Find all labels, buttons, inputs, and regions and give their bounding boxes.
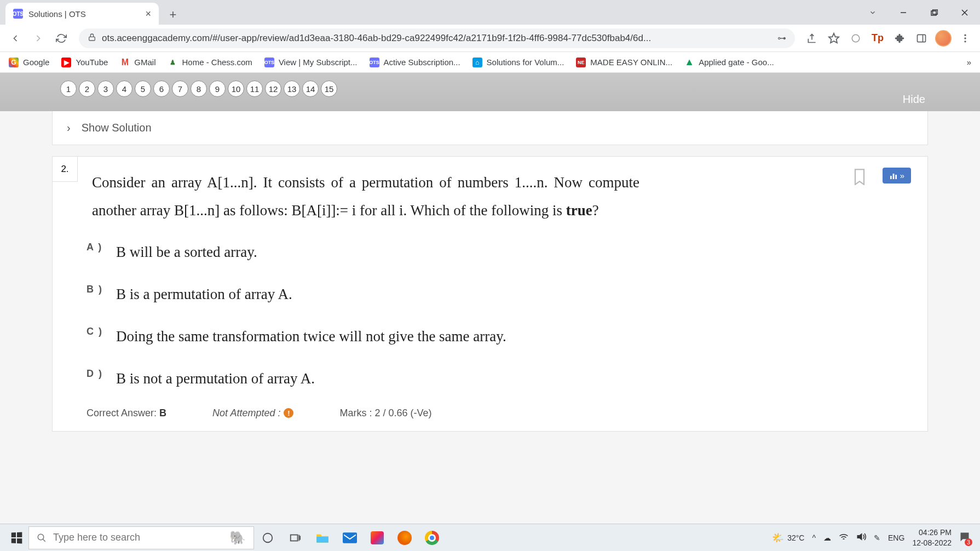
svg-rect-14 <box>892 174 894 179</box>
pen-icon[interactable]: ✎ <box>874 533 880 542</box>
menu-icon[interactable] <box>956 29 975 48</box>
weather-widget[interactable]: 🌤️32°C <box>772 532 804 544</box>
bookmark-youtube[interactable]: ▶YouTube <box>61 58 108 67</box>
question-card: 2. » Consider an array A[1...n]. It cons… <box>52 156 928 432</box>
correct-answer: Correct Answer: B <box>87 407 166 419</box>
show-solution-toggle[interactable]: › Show Solution <box>52 111 928 145</box>
option-text: B is not a permutation of array A. <box>116 365 315 393</box>
question-nav-7[interactable]: 7 <box>172 81 188 97</box>
windows-taskbar: Type here to search 🐘 🌤️32°C ^ ☁ ✎ ENG 0… <box>0 524 980 551</box>
question-nav-2[interactable]: 2 <box>79 81 95 97</box>
address-bar: ots.aceenggacademy.com/#/user-app/review… <box>0 25 980 52</box>
question-nav-6[interactable]: 6 <box>153 81 170 97</box>
settings-app-icon[interactable] <box>364 527 391 549</box>
sidepanel-icon[interactable] <box>912 29 931 48</box>
task-view-icon[interactable] <box>281 527 309 549</box>
stats-button[interactable]: » <box>883 168 911 183</box>
forward-button[interactable] <box>28 28 48 48</box>
cortana-icon[interactable] <box>254 527 281 549</box>
browser-tab[interactable]: OTS Solutions | OTS × <box>5 3 159 25</box>
back-button[interactable] <box>5 28 25 48</box>
profile-avatar[interactable] <box>934 29 953 48</box>
bookmark-google[interactable]: GGoogle <box>9 58 49 67</box>
window-titlebar: OTS Solutions | OTS × + <box>0 0 980 25</box>
firefox-icon[interactable] <box>391 527 418 549</box>
file-explorer-icon[interactable] <box>309 527 336 549</box>
language-indicator[interactable]: ENG <box>888 533 904 542</box>
chevron-down-icon[interactable] <box>857 0 888 25</box>
option-text: Doing the same transformation twice will… <box>116 323 506 351</box>
clock[interactable]: 04:26 PM12-08-2022 <box>912 527 952 547</box>
url-input[interactable]: ots.aceenggacademy.com/#/user-app/review… <box>79 28 795 48</box>
option-c[interactable]: C )Doing the same transformation twice w… <box>87 323 911 351</box>
bookmark-applied-gate[interactable]: ▲Applied gate - Goo... <box>684 58 774 67</box>
bookmark-question-icon[interactable] <box>852 168 867 187</box>
question-nav-8[interactable]: 8 <box>191 81 207 97</box>
onedrive-icon[interactable]: ☁ <box>823 533 831 542</box>
question-nav-11[interactable]: 11 <box>246 81 263 97</box>
option-d[interactable]: D )B is not a permutation of array A. <box>87 365 911 393</box>
taskbar-search[interactable]: Type here to search 🐘 <box>28 526 254 549</box>
svg-rect-1 <box>931 11 936 15</box>
bookmark-madeeasy[interactable]: NEMADE EASY ONLIN... <box>576 58 672 67</box>
close-window-button[interactable] <box>949 0 980 25</box>
question-nav-9[interactable]: 9 <box>209 81 226 97</box>
start-button[interactable] <box>4 527 28 549</box>
svg-line-17 <box>43 539 45 542</box>
bookmark-subscript[interactable]: OTSView | My Subscript... <box>264 58 358 67</box>
notifications-icon[interactable]: 3 <box>959 531 970 544</box>
chrome-icon[interactable] <box>418 527 446 549</box>
hide-button[interactable]: Hide <box>903 93 925 106</box>
question-nav-10[interactable]: 10 <box>228 81 244 97</box>
key-icon[interactable]: ⊶ <box>777 33 786 43</box>
system-tray: 🌤️32°C ^ ☁ ✎ ENG 04:26 PM12-08-2022 3 <box>772 527 976 547</box>
question-nav-13[interactable]: 13 <box>284 81 300 97</box>
not-attempted: Not Attempted :! <box>212 407 293 419</box>
option-text: B will be a sorted array. <box>116 238 257 266</box>
tab-title: Solutions | OTS <box>28 9 86 19</box>
circle-icon[interactable] <box>846 29 865 48</box>
extensions-icon[interactable] <box>890 29 909 48</box>
question-number-badge: 2. <box>53 157 78 182</box>
option-a[interactable]: A )B will be a sorted array. <box>87 238 911 266</box>
question-text: Consider an array A[1...n]. It consists … <box>92 169 639 225</box>
question-nav-4[interactable]: 4 <box>116 81 132 97</box>
svg-marker-6 <box>829 33 839 42</box>
new-tab-button[interactable]: + <box>163 5 183 25</box>
option-b[interactable]: B )B is a permutation of array A. <box>87 280 911 308</box>
svg-marker-23 <box>857 534 862 540</box>
option-label: D ) <box>87 365 105 380</box>
search-icon <box>37 533 47 543</box>
bookmark-chess[interactable]: ♟Home - Chess.com <box>168 58 252 67</box>
bookmark-solutions[interactable]: ⌂Solutions for Volum... <box>472 58 564 67</box>
volume-icon[interactable] <box>856 532 866 543</box>
minimize-button[interactable] <box>888 0 919 25</box>
svg-rect-5 <box>89 37 95 41</box>
bookmarks-overflow-icon[interactable]: » <box>967 58 971 67</box>
option-label: A ) <box>87 238 105 253</box>
svg-rect-15 <box>895 175 897 179</box>
question-nav-12[interactable]: 12 <box>265 81 281 97</box>
question-nav-3[interactable]: 3 <box>97 81 114 97</box>
maximize-button[interactable] <box>919 0 949 25</box>
tp-extension-icon[interactable]: Tp <box>868 29 887 48</box>
bookmark-gmail[interactable]: MGMail <box>120 58 155 67</box>
question-nav-15[interactable]: 15 <box>321 81 337 97</box>
svg-rect-19 <box>291 535 298 541</box>
reload-button[interactable] <box>51 28 71 48</box>
question-nav-5[interactable]: 5 <box>135 81 151 97</box>
mail-icon[interactable] <box>336 527 364 549</box>
svg-rect-13 <box>890 176 892 179</box>
question-nav-1[interactable]: 1 <box>60 81 77 97</box>
star-icon[interactable] <box>825 29 843 48</box>
wifi-icon[interactable] <box>839 533 849 542</box>
svg-point-11 <box>964 37 966 39</box>
question-nav-14[interactable]: 14 <box>302 81 319 97</box>
share-icon[interactable] <box>803 29 821 48</box>
tab-close-icon[interactable]: × <box>145 8 151 20</box>
tray-chevron-icon[interactable]: ^ <box>812 533 816 542</box>
svg-point-10 <box>964 34 966 36</box>
bookmark-active-sub[interactable]: OTSActive Subscription... <box>370 58 460 67</box>
url-text: ots.aceenggacademy.com/#/user-app/review… <box>102 33 772 44</box>
show-solution-label: Show Solution <box>82 122 152 134</box>
